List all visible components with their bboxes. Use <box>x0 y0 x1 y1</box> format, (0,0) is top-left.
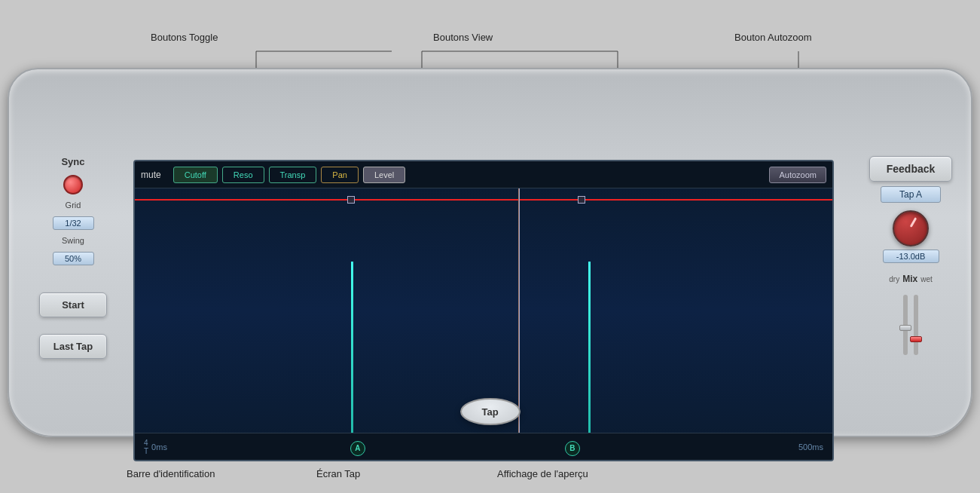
time-label-right: 500ms <box>798 442 823 452</box>
teal-bar-2 <box>588 262 591 433</box>
tap-button[interactable]: Tap <box>460 398 521 425</box>
annotation-boutons-toggle: Boutons Toggle <box>151 32 218 43</box>
right-panel: Feedback Tap A -13.0dB dry Mix wet <box>862 156 960 355</box>
marker-a[interactable]: A <box>350 441 365 456</box>
mute-label: mute <box>141 170 161 180</box>
feedback-knob[interactable] <box>893 210 929 246</box>
dry-fader-track <box>903 295 908 355</box>
db-display: -13.0dB <box>883 250 939 263</box>
reso-toggle-button[interactable]: Reso <box>222 167 264 183</box>
teal-bar-1 <box>351 262 353 433</box>
annotation-barre-identification: Barre d'identification <box>127 468 215 479</box>
time-label-left: 0ms <box>151 442 167 452</box>
marker-b[interactable]: B <box>565 441 580 456</box>
red-mute-line <box>135 199 832 201</box>
handle-b-diamond[interactable] <box>578 196 585 204</box>
tap-a-display[interactable]: Tap A <box>881 186 941 203</box>
wet-fader-track <box>914 295 918 355</box>
dry-fader-thumb[interactable] <box>899 325 911 331</box>
mix-label-row: dry Mix wet <box>869 274 952 284</box>
row-number: 4T <box>144 439 148 455</box>
display-bottom-bar: 4T 0ms A B 500ms <box>135 433 832 460</box>
sync-led[interactable] <box>63 175 83 194</box>
preview-line <box>518 188 519 433</box>
dry-label: dry <box>889 275 899 283</box>
feedback-button[interactable]: Feedback <box>869 156 952 182</box>
start-button[interactable]: Start <box>39 292 107 317</box>
swing-display[interactable]: 50% <box>53 252 94 265</box>
knob-container: -13.0dB <box>883 210 939 263</box>
grid-display[interactable]: 1/32 <box>53 216 94 230</box>
wet-fader-thumb[interactable] <box>910 336 922 342</box>
cutoff-toggle-button[interactable]: Cutoff <box>173 167 218 183</box>
transp-view-button[interactable]: Transp <box>269 167 317 183</box>
mix-label: Mix <box>902 274 917 284</box>
tap-button-label: Tap <box>481 406 498 418</box>
autozoom-button[interactable]: Autozoom <box>769 167 826 183</box>
left-panel: Sync Grid 1/32 Swing 50% Start Last Tap <box>24 156 122 480</box>
sync-label: Sync <box>61 156 84 167</box>
grid-label: Grid <box>66 201 81 210</box>
wet-label: wet <box>920 275 933 283</box>
device-body: Sync Grid 1/32 Swing 50% Start Last Tap … <box>8 68 972 437</box>
annotation-ecran-tap: Écran Tap <box>316 468 360 479</box>
display-top-bar: mute Cutoff Reso Transp Pan Level Autozo… <box>135 161 832 188</box>
mix-section: dry Mix wet <box>869 274 952 355</box>
annotation-boutons-view: Boutons View <box>433 32 493 43</box>
faders-row <box>869 287 952 355</box>
annotation-bouton-autozoom: Bouton Autozoom <box>734 32 812 43</box>
level-view-button[interactable]: Level <box>363 167 405 183</box>
annotation-affichage-apercu: Affichage de l'aperçu <box>497 468 588 479</box>
handle-a-diamond[interactable] <box>347 196 355 204</box>
tap-area: Tap <box>460 398 521 425</box>
waveform-area <box>135 188 832 433</box>
swing-label: Swing <box>62 236 84 245</box>
pan-view-button[interactable]: Pan <box>321 167 359 183</box>
last-tap-button[interactable]: Last Tap <box>39 334 107 359</box>
